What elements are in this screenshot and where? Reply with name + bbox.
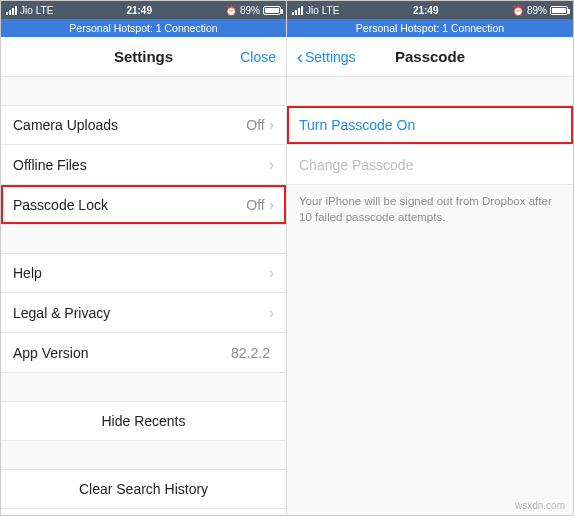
row-passcode-lock[interactable]: Passcode Lock Off ›	[1, 185, 286, 225]
hotspot-banner[interactable]: Personal Hotspot: 1 Connection	[287, 19, 573, 37]
passcode-pane: Jio LTE 21:49 ⏰ 89% Personal Hotspot: 1 …	[287, 1, 573, 515]
nav-bar: Settings Close	[1, 37, 286, 77]
camera-uploads-label: Camera Uploads	[13, 117, 246, 133]
clear-cache-button[interactable]: Clear Cache	[1, 509, 286, 515]
camera-uploads-value: Off	[246, 117, 264, 133]
app-version-label: App Version	[13, 345, 231, 361]
offline-files-label: Offline Files	[13, 157, 269, 173]
passcode-lock-label: Passcode Lock	[13, 197, 246, 213]
chevron-left-icon: ‹	[297, 48, 303, 66]
status-bar: Jio LTE 21:49 ⏰ 89%	[287, 1, 573, 19]
row-help[interactable]: Help ›	[1, 253, 286, 293]
app-version-value: 82.2.2	[231, 345, 270, 361]
alarm-icon: ⏰	[512, 5, 524, 16]
settings-content: Camera Uploads Off › Offline Files › Pas…	[1, 77, 286, 515]
status-bar: Jio LTE 21:49 ⏰ 89%	[1, 1, 286, 19]
hide-recents-button[interactable]: Hide Recents	[1, 401, 286, 441]
passcode-content: Turn Passcode On Change Passcode Your iP…	[287, 77, 573, 515]
row-app-version: App Version 82.2.2	[1, 333, 286, 373]
clear-search-label: Clear Search History	[79, 481, 208, 497]
battery-icon	[550, 6, 568, 15]
chevron-right-icon: ›	[269, 196, 274, 214]
carrier-label: Jio	[306, 5, 319, 16]
carrier-label: Jio	[20, 5, 33, 16]
change-passcode-label: Change Passcode	[299, 157, 561, 173]
alarm-icon: ⏰	[225, 5, 237, 16]
back-label: Settings	[305, 49, 356, 65]
battery-icon	[263, 6, 281, 15]
row-legal-privacy[interactable]: Legal & Privacy ›	[1, 293, 286, 333]
signal-icon	[6, 6, 17, 15]
chevron-right-icon: ›	[269, 304, 274, 322]
chevron-right-icon: ›	[269, 156, 274, 174]
change-passcode-button: Change Passcode	[287, 145, 573, 185]
signal-icon	[292, 6, 303, 15]
row-camera-uploads[interactable]: Camera Uploads Off ›	[1, 105, 286, 145]
clear-search-history-button[interactable]: Clear Search History	[1, 469, 286, 509]
settings-pane: Jio LTE 21:49 ⏰ 89% Personal Hotspot: 1 …	[1, 1, 287, 515]
turn-passcode-on-label: Turn Passcode On	[299, 117, 561, 133]
hotspot-banner[interactable]: Personal Hotspot: 1 Connection	[1, 19, 286, 37]
legal-privacy-label: Legal & Privacy	[13, 305, 269, 321]
status-time: 21:49	[53, 5, 225, 16]
turn-passcode-on-button[interactable]: Turn Passcode On	[287, 105, 573, 145]
battery-percent: 89%	[240, 5, 260, 16]
watermark: wsxdn.com	[515, 500, 565, 511]
help-label: Help	[13, 265, 269, 281]
chevron-right-icon: ›	[269, 264, 274, 282]
close-button[interactable]: Close	[240, 49, 276, 65]
battery-percent: 89%	[527, 5, 547, 16]
passcode-lock-value: Off	[246, 197, 264, 213]
passcode-warning-note: Your iPhone will be signed out from Drop…	[287, 185, 573, 225]
row-offline-files[interactable]: Offline Files ›	[1, 145, 286, 185]
hide-recents-label: Hide Recents	[101, 413, 185, 429]
network-label: LTE	[36, 5, 54, 16]
network-label: LTE	[322, 5, 340, 16]
status-time: 21:49	[339, 5, 512, 16]
back-button[interactable]: ‹ Settings	[297, 48, 356, 66]
nav-bar: ‹ Settings Passcode	[287, 37, 573, 77]
chevron-right-icon: ›	[269, 116, 274, 134]
